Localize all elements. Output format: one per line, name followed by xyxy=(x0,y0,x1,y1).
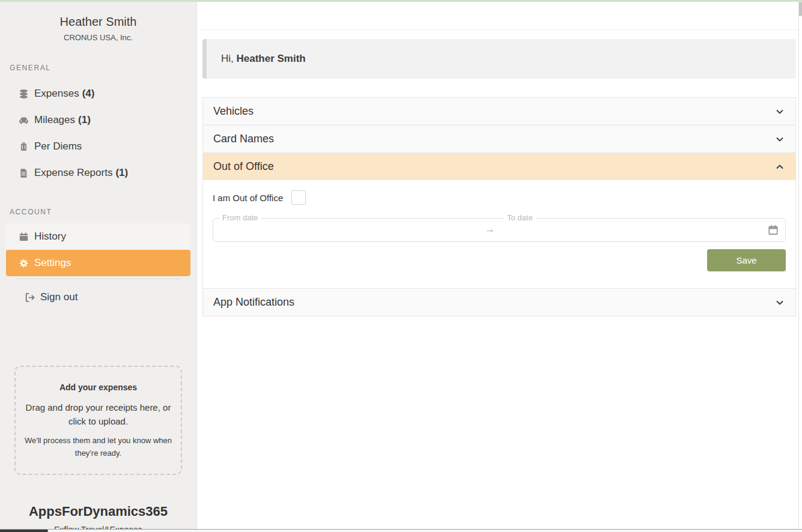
main-content: Hi, Heather Smith Vehicles Card Names Ou… xyxy=(198,2,802,529)
accordion-label: Out of Office xyxy=(213,160,274,173)
sidebar-nav-general: Expenses (4) Mileages (1) Per Diems xyxy=(0,80,196,186)
from-date-input[interactable] xyxy=(222,219,451,241)
sidebar-item-mileages[interactable]: Mileages (1) xyxy=(0,107,196,133)
section-label-general: GENERAL xyxy=(10,64,196,72)
car-icon xyxy=(18,115,29,125)
sidebar-item-expenses[interactable]: Expenses (4) xyxy=(0,80,196,107)
out-of-office-toggle-row: I am Out of Office xyxy=(213,190,786,205)
greeting-user-name: Heather Smith xyxy=(237,53,306,64)
top-accent-strip xyxy=(0,0,802,2)
calendar-picker-icon[interactable] xyxy=(767,224,779,236)
user-company: CRONUS USA, Inc. xyxy=(0,33,196,42)
sidebar-item-per-diems[interactable]: Per Diems xyxy=(0,133,196,160)
app-window: Heather Smith CRONUS USA, Inc. GENERAL E… xyxy=(0,0,802,532)
document-icon xyxy=(18,168,29,178)
to-date-input[interactable] xyxy=(505,219,723,241)
accordion-label: App Notifications xyxy=(213,296,294,309)
sidebar-item-label: Per Diems xyxy=(34,141,82,153)
upload-note: We'll process them and let you know when… xyxy=(23,434,174,459)
main-header-band xyxy=(198,2,802,30)
upload-instruction: Drag and drop your receipts here, or cli… xyxy=(23,401,174,428)
chevron-down-icon xyxy=(774,106,785,117)
out-of-office-panel: I am Out of Office From date To date → S… xyxy=(202,180,796,288)
sidebar-divider xyxy=(16,279,181,279)
chevron-down-icon xyxy=(774,297,785,308)
calendar-icon xyxy=(18,231,29,242)
accordion-label: Vehicles xyxy=(213,105,254,118)
greeting-prefix: Hi, xyxy=(221,53,237,64)
sidebar-nav-account: History Settings Sign out xyxy=(6,223,190,310)
save-button[interactable]: Save xyxy=(707,249,786,271)
horizontal-scrollbar-thumb[interactable] xyxy=(0,530,48,532)
sidebar-item-label: Mileages xyxy=(34,114,75,126)
sidebar-item-expense-reports[interactable]: Expense Reports (1) xyxy=(0,160,196,186)
settings-accordion: Vehicles Card Names Out of Office xyxy=(202,97,796,316)
vertical-scrollbar[interactable] xyxy=(798,2,802,529)
horizontal-scrollbar[interactable] xyxy=(0,529,802,532)
accordion-label: Card Names xyxy=(213,133,274,145)
accordion-header-out-of-office[interactable]: Out of Office xyxy=(202,153,796,180)
chevron-down-icon xyxy=(774,134,785,145)
chevron-up-icon xyxy=(774,162,785,172)
greeting-banner: Hi, Heather Smith xyxy=(202,39,796,79)
sidebar-item-label: Sign out xyxy=(40,291,77,303)
greeting-text: Hi, Heather Smith xyxy=(221,53,306,65)
sidebar-item-history[interactable]: History xyxy=(6,223,190,250)
app-branding: AppsForDynamics365 Exflow Travel&Expense xyxy=(0,504,196,532)
sign-out-icon xyxy=(24,292,35,303)
arrow-right-icon: → xyxy=(485,223,495,235)
sidebar-item-label: Expense Reports xyxy=(34,167,112,179)
luggage-icon xyxy=(18,141,29,152)
out-of-office-checkbox[interactable] xyxy=(291,190,306,205)
out-of-office-checkbox-label: I am Out of Office xyxy=(213,193,283,203)
coins-icon xyxy=(18,88,29,99)
sidebar-item-count: (4) xyxy=(82,88,95,100)
sidebar-item-label: Settings xyxy=(34,257,71,269)
section-label-account: ACCOUNT xyxy=(10,208,196,216)
sidebar-item-settings[interactable]: Settings xyxy=(6,250,190,276)
sidebar-item-sign-out[interactable]: Sign out xyxy=(6,284,190,310)
vertical-scrollbar-thumb[interactable] xyxy=(799,2,802,16)
date-range-field: From date To date → xyxy=(213,218,786,242)
accordion-header-vehicles[interactable]: Vehicles xyxy=(202,97,796,125)
accordion-header-card-names[interactable]: Card Names xyxy=(202,125,796,153)
gear-icon xyxy=(18,258,29,268)
sidebar-item-count: (1) xyxy=(78,114,91,126)
user-info: Heather Smith CRONUS USA, Inc. xyxy=(0,2,196,42)
upload-dropzone[interactable]: Add your expenses Drag and drop your rec… xyxy=(14,366,182,475)
sidebar: Heather Smith CRONUS USA, Inc. GENERAL E… xyxy=(0,2,197,529)
brand-title: AppsForDynamics365 xyxy=(0,504,196,519)
greeting-accent-bar xyxy=(202,39,207,79)
sidebar-item-label: Expenses xyxy=(34,88,79,100)
sidebar-item-count: (1) xyxy=(115,167,128,179)
user-name: Heather Smith xyxy=(0,15,196,29)
sidebar-item-label: History xyxy=(34,231,66,243)
upload-title: Add your expenses xyxy=(23,382,174,392)
accordion-header-app-notifications[interactable]: App Notifications xyxy=(202,288,796,316)
save-row: Save xyxy=(213,249,786,271)
